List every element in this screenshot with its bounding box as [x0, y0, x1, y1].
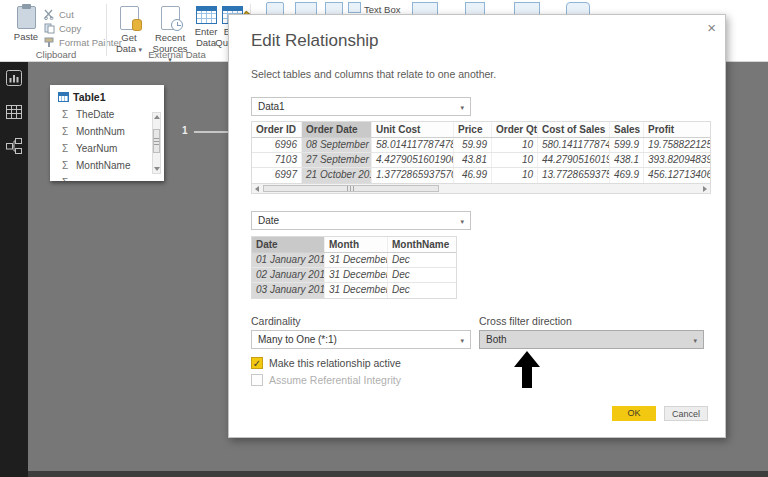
cell: 31 December 1899 — [325, 253, 388, 267]
copy-icon — [44, 23, 55, 34]
cell: 13.7728659375704 — [538, 168, 610, 183]
edit-relationship-dialog: × Edit Relationship Select tables and co… — [228, 14, 726, 438]
sigma-icon: Σ — [62, 143, 71, 154]
scissors-icon — [44, 9, 55, 20]
cancel-button[interactable]: Cancel — [664, 406, 708, 421]
scroll-down-icon[interactable] — [154, 167, 160, 171]
report-view-icon[interactable] — [6, 70, 22, 86]
sigma-icon: Σ — [62, 160, 71, 171]
table-row: 01 January 2013 31 December 1899 Dec — [252, 253, 456, 268]
cell-selected: 27 September 2016 — [302, 153, 372, 167]
cell: 580.14117787478 — [538, 138, 610, 152]
cell: 4.4279051601906 — [372, 153, 454, 167]
active-relationship-checkbox[interactable]: ✓ — [251, 357, 263, 369]
table-header-row: Order ID Order Date Unit Cost Price Orde… — [252, 122, 710, 138]
cardinality-value: Many to One (*:1) — [258, 334, 337, 345]
get-data-icon — [120, 6, 139, 30]
table-row: 7103 27 September 2016 4.4279051601906 4… — [252, 153, 710, 168]
paste-button[interactable]: Paste — [8, 6, 44, 43]
cell: 19.75882212521 — [644, 138, 711, 152]
cell: 44.279051601906 — [538, 153, 610, 167]
table2-select[interactable]: Date ▾ — [251, 211, 471, 230]
cell-selected: 01 January 2013 — [252, 253, 325, 267]
cell: 7103 — [252, 153, 302, 167]
bottom-preview-table: Date Month MonthName 01 January 2013 31 … — [251, 236, 457, 299]
clock-icon — [171, 19, 183, 31]
table1-select[interactable]: Data1 ▾ — [251, 97, 471, 116]
cardinality-select[interactable]: Many to One (*:1) ▾ — [251, 330, 471, 349]
top-preview-table: Order ID Order Date Unit Cost Price Orde… — [251, 121, 711, 184]
field-label: MonthName — [76, 160, 130, 171]
cell: 59.99 — [454, 138, 492, 152]
scroll-right-icon[interactable] — [703, 186, 707, 192]
check-icon: ✓ — [253, 358, 261, 369]
column-header[interactable]: Order ID — [252, 122, 302, 137]
cross-filter-label: Cross filter direction — [479, 315, 572, 327]
ribbon-separator — [106, 4, 107, 56]
paste-clipboard-icon — [17, 6, 36, 29]
dialog-title: Edit Relationship — [251, 31, 379, 51]
model-view-icon[interactable] — [6, 138, 22, 154]
paste-label: Paste — [14, 32, 38, 43]
table-hscrollbar[interactable] — [251, 183, 711, 194]
ok-button[interactable]: OK — [612, 406, 656, 421]
database-icon — [132, 19, 142, 31]
text-box-icon[interactable] — [348, 2, 361, 13]
scroll-up-icon[interactable] — [154, 115, 160, 119]
field-item-clipped[interactable]: Σ — [50, 174, 164, 181]
dialog-subtitle: Select tables and columns that relate to… — [251, 68, 496, 80]
column-header[interactable]: MonthName — [388, 237, 457, 252]
referential-integrity-label: Assume Referential Integrity — [269, 374, 401, 386]
column-header[interactable]: Profit — [644, 122, 711, 137]
cut-button[interactable]: Cut — [44, 8, 74, 21]
caret-down-icon: ▾ — [460, 213, 464, 230]
scroll-left-icon[interactable] — [255, 186, 259, 192]
field-label: TheDate — [76, 109, 114, 120]
field-item[interactable]: Σ MonthName — [50, 157, 164, 174]
column-header[interactable]: Sales — [610, 122, 644, 137]
relationship-line[interactable] — [194, 131, 228, 133]
column-header[interactable]: Unit Cost — [372, 122, 454, 137]
cell: 31 December 1899 — [325, 268, 388, 282]
cell: Dec — [388, 253, 457, 267]
card-scrollbar[interactable] — [152, 112, 161, 174]
copy-button[interactable]: Copy — [44, 22, 81, 35]
view-sidebar — [0, 62, 28, 477]
copy-label: Copy — [59, 23, 81, 34]
cross-filter-select[interactable]: Both ▾ — [479, 330, 704, 349]
cell: 6996 — [252, 138, 302, 152]
clipboard-group-label: Clipboard — [8, 49, 104, 60]
card-scrollbar-thumb[interactable] — [153, 129, 160, 153]
referential-integrity-checkbox[interactable] — [251, 374, 263, 386]
sigma-icon: Σ — [62, 126, 71, 137]
cut-label: Cut — [59, 9, 74, 20]
cell: Dec — [388, 283, 457, 298]
column-header[interactable]: Price — [454, 122, 492, 137]
field-item[interactable]: Σ TheDate — [50, 106, 164, 123]
column-header-selected[interactable]: Date — [252, 237, 325, 252]
field-item[interactable]: Σ YearNum — [50, 140, 164, 157]
cell: 10 — [492, 138, 538, 152]
cell: 6997 — [252, 168, 302, 183]
data-view-icon[interactable] — [6, 104, 22, 120]
field-item[interactable]: Σ MonthNum — [50, 123, 164, 140]
table1-select-value: Data1 — [258, 101, 285, 112]
table-header-row: Date Month MonthName — [252, 237, 456, 253]
column-header[interactable]: Order Qty — [492, 122, 538, 137]
field-label: MonthNum — [76, 126, 125, 137]
format-painter-button[interactable]: Format Painter — [44, 36, 122, 49]
sigma-icon: Σ — [62, 109, 71, 120]
column-header[interactable]: Month — [325, 237, 388, 252]
cell: 1.37728659375704 — [372, 168, 454, 183]
close-icon[interactable]: × — [707, 20, 716, 36]
table1-card[interactable]: Table1 Σ TheDate Σ MonthNum Σ YearNum Σ … — [50, 85, 164, 181]
hscrollbar-thumb[interactable] — [263, 185, 439, 192]
cell: 469.9 — [610, 168, 644, 183]
table-row: 6997 21 October 2017 1.37728659375704 46… — [252, 168, 710, 183]
scroll-grip — [347, 186, 356, 191]
cardinality-label: Cardinality — [251, 315, 301, 327]
column-header-selected[interactable]: Order Date — [302, 122, 372, 137]
column-header[interactable]: Cost of Sales — [538, 122, 610, 137]
get-data-button[interactable]: Get Data ▾ — [112, 6, 146, 55]
cell: 31 December 1899 — [325, 283, 388, 298]
